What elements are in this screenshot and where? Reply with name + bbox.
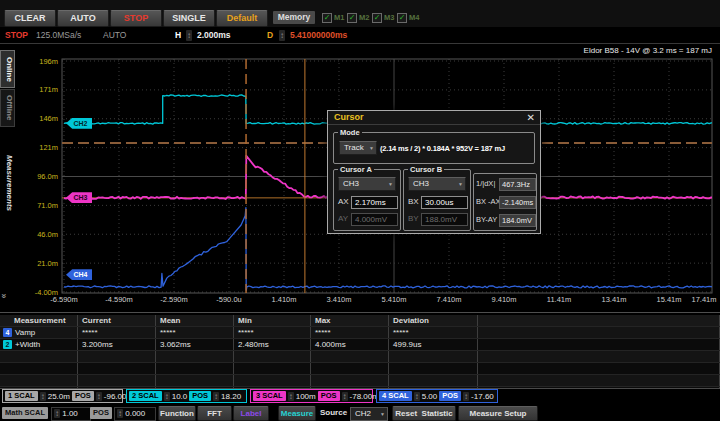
inv-dx-label: 1/|dX| (476, 178, 495, 190)
mode-group: Mode Track ▼ (2.14 ms / 2) * 0.184A * 95… (333, 132, 535, 164)
x-tick: 13.41m (590, 295, 638, 304)
sidebar-section-measurements: Measurements (0, 140, 14, 226)
y-tick: 196m (12, 57, 58, 66)
cursor-dialog-title: Cursor (334, 111, 364, 124)
chevron-down-icon: ▼ (388, 178, 393, 190)
x-tick: -2.590m (150, 295, 198, 304)
by-ay-value: 184.0mV (499, 214, 536, 227)
cursor-dialog-titlebar[interactable]: Cursor ✕ (328, 111, 540, 125)
inv-dx-value: 467.3Hz (499, 178, 536, 191)
y-tick: 96.0m (12, 172, 58, 181)
x-tick: -6.590m (40, 295, 88, 304)
bx-ax-value: -2.140ms (499, 196, 536, 209)
cursor-dialog: Cursor ✕ Mode Track ▼ (2.14 ms / 2) * 0.… (327, 110, 541, 234)
cursor-a-channel-select[interactable]: CH3 ▼ (338, 177, 396, 191)
cursor-b-channel: CH3 (413, 178, 429, 190)
cursor-b-label: Cursor B (408, 165, 444, 174)
close-icon[interactable]: ✕ (527, 111, 535, 124)
by-field: 188.0mV (421, 213, 468, 226)
cursor-a-channel: CH3 (343, 178, 359, 190)
cursor-a-label: Cursor A (338, 165, 374, 174)
y-tick: 46.0m (12, 230, 58, 239)
ay-label: AY (338, 213, 348, 225)
x-tick: 9.410m (480, 295, 528, 304)
cursor-b-group: Cursor B CH3 ▼ BX 30.00us BY 188.0mV (403, 169, 471, 231)
x-tick: 11.41m (535, 295, 583, 304)
ax-field[interactable]: 2.170ms (351, 196, 398, 209)
bx-ax-label: BX -AX (476, 196, 501, 208)
bx-field[interactable]: 30.00us (421, 196, 468, 209)
x-tick: 3.410m (315, 295, 363, 304)
readouts-group: 1/|dX| 467.3Hz BX -AX -2.140ms BY-AY 184… (473, 173, 537, 231)
bx-label: BX (408, 196, 419, 208)
collapse-chevrons-icon[interactable]: » (0, 293, 9, 298)
by-label: BY (408, 213, 419, 225)
x-tick: -4.590m (95, 295, 143, 304)
mode-value: Track (344, 142, 364, 154)
x-tick: -590.0u (205, 295, 253, 304)
y-tick: 21.0m (12, 259, 58, 268)
cursor-a-group: Cursor A CH3 ▼ AX 2.170ms AY 4.000mV (333, 169, 401, 231)
y-tick: 121m (12, 143, 58, 152)
x-tick: 1.410m (260, 295, 308, 304)
oscilloscope-app: CLEAR AUTO STOP SINGLE Default Memory ✓ … (0, 0, 720, 421)
mode-select[interactable]: Track ▼ (339, 141, 377, 155)
energy-formula: (2.14 ms / 2) * 0.184A * 952V = 187 mJ (380, 142, 538, 155)
ay-field: 4.000mV (351, 213, 398, 226)
cursor-b-channel-select[interactable]: CH3 ▼ (408, 177, 466, 191)
mode-group-label: Mode (338, 128, 362, 137)
y-tick: 146m (12, 114, 58, 123)
by-ay-label: BY-AY (476, 214, 497, 226)
x-tick: 17.41m (680, 295, 720, 304)
x-tick: 7.410m (425, 295, 473, 304)
x-tick: 5.410m (370, 295, 418, 304)
y-tick: 71.0m (12, 201, 58, 210)
y-tick: 171m (12, 85, 58, 94)
ax-label: AX (338, 196, 349, 208)
chevron-down-icon: ▼ (458, 178, 463, 190)
chevron-down-icon: ▼ (369, 142, 374, 154)
